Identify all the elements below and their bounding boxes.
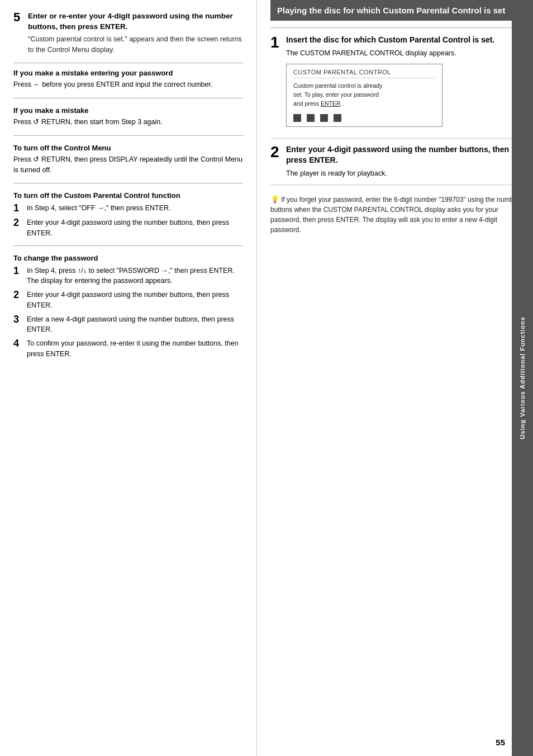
change-password-step3: 3 Enter a new 4-digit password using the… bbox=[13, 314, 243, 336]
step-5: 5 Enter or re-enter your 4-digit passwor… bbox=[13, 11, 243, 55]
turn-off-custom-section: To turn off the Custom Parental Control … bbox=[13, 191, 243, 238]
mistake-section: If you make a mistake Press ↺ RETURN, th… bbox=[13, 106, 243, 127]
sidebar-label-text: Using Various Additional Functions bbox=[519, 316, 526, 439]
change-password-title: To change the password bbox=[13, 254, 243, 262]
change-password-step2: 2 Enter your 4-digit password using the … bbox=[13, 290, 243, 311]
change-password-step2-text: Enter your 4-digit password using the nu… bbox=[27, 290, 243, 311]
right-step-1-number: 1 bbox=[270, 35, 282, 133]
right-step-2-body: The player is ready for playback. bbox=[286, 168, 520, 179]
lcd-enter: ENTER bbox=[321, 100, 341, 107]
lcd-line3: and press bbox=[293, 100, 319, 107]
turn-off-control-title: To turn off the Control Menu bbox=[13, 144, 243, 152]
mistake-title: If you make a mistake bbox=[13, 106, 243, 115]
sidebar-label-container: Using Various Additional Functions bbox=[512, 0, 533, 756]
lcd-line1: Custom parental control is already bbox=[293, 82, 382, 89]
turn-off-control-body: Press ↺ RETURN, then press DISPLAY repea… bbox=[13, 154, 243, 176]
turn-off-custom-steps: 1 In Step 4, select "OFF →," then press … bbox=[13, 203, 243, 238]
turn-off-custom-step2-text: Enter your 4-digit password using the nu… bbox=[27, 218, 243, 239]
turn-off-custom-step2-num: 2 bbox=[13, 218, 22, 239]
right-column: Playing the disc for which Custom Parent… bbox=[257, 0, 533, 756]
turn-off-custom-step1-text: In Step 4, select "OFF →," then press EN… bbox=[27, 203, 243, 214]
right-step-2-title: Enter your 4-digit password using the nu… bbox=[286, 144, 520, 166]
right-step-2-content: Enter your 4-digit password using the nu… bbox=[286, 144, 520, 179]
divider-3 bbox=[13, 183, 243, 183]
divider-4 bbox=[13, 245, 243, 246]
change-password-steps: 1 In Step 4, press ↑/↓ to select "PASSWO… bbox=[13, 266, 243, 360]
divider-2 bbox=[13, 135, 243, 136]
lcd-password-squares bbox=[293, 114, 435, 122]
lcd-square-1 bbox=[293, 114, 301, 122]
right-step-1-content: Insert the disc for which Custom Parenta… bbox=[286, 35, 520, 133]
mistake-password-section: If you make a mistake entering your pass… bbox=[13, 63, 243, 90]
mistake-body: Press ↺ RETURN, then start from Step 3 a… bbox=[13, 117, 243, 127]
tip-icon: 💡 bbox=[270, 195, 279, 204]
lcd-text: Custom parental control is already set. … bbox=[293, 82, 435, 108]
lcd-square-4 bbox=[334, 114, 341, 122]
change-password-step3-num: 3 bbox=[13, 314, 22, 336]
lcd-square-2 bbox=[307, 114, 315, 122]
left-column: 5 Enter or re-enter your 4-digit passwor… bbox=[0, 0, 257, 756]
step-5-title: Enter or re-enter your 4-digit password … bbox=[28, 11, 243, 32]
step-5-number: 5 bbox=[13, 11, 23, 55]
turn-off-control-section: To turn off the Control Menu Press ↺ RET… bbox=[13, 144, 243, 176]
right-divider-1 bbox=[270, 27, 520, 28]
change-password-step4: 4 To confirm your password, re-enter it … bbox=[13, 338, 243, 360]
page-number: 55 bbox=[496, 738, 505, 747]
change-password-step4-num: 4 bbox=[13, 338, 22, 360]
change-password-step1-text: In Step 4, press ↑/↓ to select "PASSWORD… bbox=[27, 266, 243, 287]
lcd-square-3 bbox=[320, 114, 328, 122]
change-password-step1-num: 1 bbox=[13, 266, 22, 287]
mistake-password-body: Press ← before you press ENTER and input… bbox=[13, 79, 243, 90]
lcd-display: CUSTOM PARENTAL CONTROL Custom parental … bbox=[286, 64, 442, 126]
tip-text: If you forget your password, enter the 6… bbox=[270, 196, 520, 234]
turn-off-custom-title: To turn off the Custom Parental Control … bbox=[13, 191, 243, 200]
divider-1 bbox=[13, 98, 243, 98]
lcd-line4: . bbox=[342, 100, 344, 107]
right-step-1-body: The CUSTOM PARENTAL CONTROL display appe… bbox=[286, 48, 520, 59]
mistake-password-title: If you make a mistake entering your pass… bbox=[13, 69, 243, 77]
turn-off-custom-step1: 1 In Step 4, select "OFF →," then press … bbox=[13, 203, 243, 214]
change-password-step4-text: To confirm your password, re-enter it us… bbox=[27, 338, 243, 360]
right-step-1-title: Insert the disc for which Custom Parenta… bbox=[286, 35, 520, 46]
right-step-1: 1 Insert the disc for which Custom Paren… bbox=[270, 35, 520, 139]
right-step-2: 2 Enter your 4-digit password using the … bbox=[270, 144, 520, 185]
change-password-step2-num: 2 bbox=[13, 290, 22, 311]
step-5-content: Enter or re-enter your 4-digit password … bbox=[28, 11, 243, 55]
tip-section: 💡If you forget your password, enter the … bbox=[270, 194, 520, 235]
change-password-step1: 1 In Step 4, press ↑/↓ to select "PASSWO… bbox=[13, 266, 243, 287]
change-password-step3-text: Enter a new 4-digit password using the n… bbox=[27, 314, 243, 336]
step-5-body: "Custom parental control is set." appear… bbox=[28, 34, 243, 55]
lcd-line2: set. To play, enter your password bbox=[293, 91, 379, 98]
turn-off-custom-step2: 2 Enter your 4-digit password using the … bbox=[13, 218, 243, 239]
lcd-title: CUSTOM PARENTAL CONTROL bbox=[293, 69, 435, 78]
section-header: Playing the disc for which Custom Parent… bbox=[270, 0, 520, 21]
turn-off-custom-step1-num: 1 bbox=[13, 203, 22, 214]
change-password-section: To change the password 1 In Step 4, pres… bbox=[13, 254, 243, 360]
right-step-2-number: 2 bbox=[270, 144, 282, 179]
